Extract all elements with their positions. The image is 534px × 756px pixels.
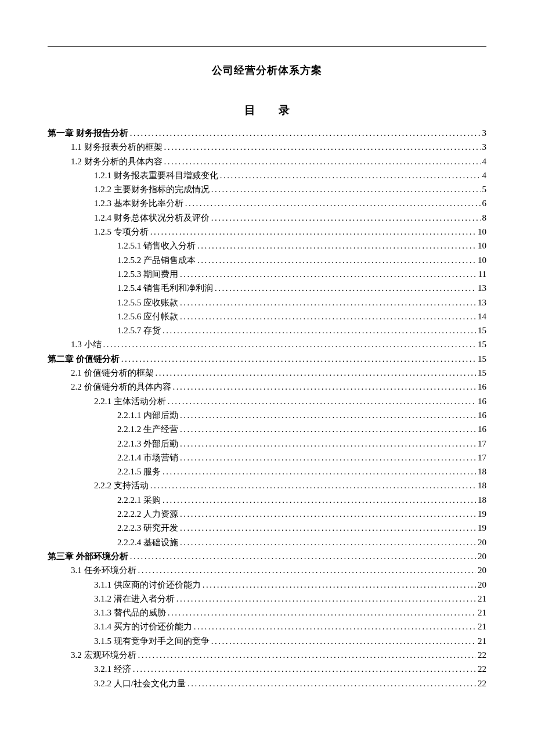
toc-entry-page: 4 <box>482 154 487 168</box>
toc-leader-dots <box>180 437 476 451</box>
toc-entry-page: 22 <box>478 676 486 690</box>
toc-leader-dots <box>121 352 476 366</box>
toc-entry-page: 14 <box>478 309 486 323</box>
toc-entry-label: 1.2.5.3 期间费用 <box>117 267 178 281</box>
toc-entry-page: 3 <box>482 126 487 140</box>
toc-entry: 第二章 价值链分析15 <box>48 352 486 366</box>
toc-entry: 3.2 宏观环境分析22 <box>48 648 486 662</box>
toc-entry-page: 13 <box>478 296 486 309</box>
toc-leader-dots <box>173 380 477 394</box>
toc-entry: 第一章 财务报告分析3 <box>48 126 486 140</box>
toc-leader-dots <box>150 478 476 492</box>
toc-entry-label: 1.2.5 专项分析 <box>94 225 149 239</box>
toc-leader-dots <box>211 634 476 648</box>
toc-entry-label: 1.2.1 财务报表重要科目增减变化 <box>94 168 218 182</box>
toc-entry-label: 1.2 财务分析的具体内容 <box>71 154 163 168</box>
toc-leader-dots <box>180 507 476 521</box>
toc-entry: 1.2.5.5 应收账款13 <box>48 296 486 309</box>
toc-entry-label: 3.2.2 人口/社会文化力量 <box>94 676 186 690</box>
toc-entry-label: 1.2.5.7 存货 <box>117 323 161 337</box>
toc-entry-label: 2.2.1.3 外部后勤 <box>117 437 178 451</box>
toc-entry-label: 第二章 价值链分析 <box>48 352 120 366</box>
toc-entry-page: 21 <box>478 592 486 606</box>
toc-entry-page: 15 <box>478 323 486 337</box>
toc-leader-dots <box>180 451 476 465</box>
toc-entry-page: 15 <box>478 352 486 366</box>
toc-entry-page: 15 <box>478 337 486 351</box>
toc-entry-label: 2.2.2 支持活动 <box>94 478 149 492</box>
toc-entry: 1.1 财务报表分析的框架3 <box>48 140 486 154</box>
toc-leader-dots <box>211 182 481 196</box>
toc-leader-dots <box>180 535 476 549</box>
toc-entry-page: 19 <box>478 521 486 535</box>
toc-leader-dots <box>103 337 477 351</box>
toc-leader-dots <box>211 211 481 225</box>
toc-leader-dots <box>197 253 476 267</box>
toc-entry-label: 2.2.2.3 研究开发 <box>117 521 178 535</box>
toc-leader-dots <box>168 606 476 620</box>
toc-leader-dots <box>176 592 476 606</box>
toc-entry-page: 18 <box>478 478 486 492</box>
toc-entry: 2.2.2.2 人力资源19 <box>48 507 486 521</box>
toc-heading-right: 录 <box>279 104 290 116</box>
toc-entry: 3.1.1 供应商的讨价还价能力20 <box>48 578 486 592</box>
toc-entry-page: 8 <box>482 211 487 225</box>
toc-entry-page: 16 <box>478 380 486 394</box>
toc-entry: 2.2.1.4 市场营销17 <box>48 451 486 465</box>
toc-entry-label: 1.3 小结 <box>71 337 102 351</box>
toc-entry: 2.2.1.3 外部后勤17 <box>48 437 486 451</box>
toc-entry-label: 3.1.5 现有竞争对手之间的竞争 <box>94 634 210 648</box>
toc-entry-label: 3.1.4 买方的讨价还价能力 <box>94 620 192 633</box>
toc-entry: 1.2.4 财务总体状况分析及评价8 <box>48 211 486 225</box>
toc-leader-dots <box>133 662 476 676</box>
toc-entry: 3.1.2 潜在进入者分析21 <box>48 592 486 606</box>
toc-entry: 2.2 价值链分析的具体内容16 <box>48 380 486 394</box>
toc-leader-dots <box>180 296 476 309</box>
toc-entry: 1.2.5.3 期间费用11 <box>48 267 486 281</box>
toc-entry-label: 2.2 价值链分析的具体内容 <box>71 380 171 394</box>
toc-entry: 1.2.5.1 销售收入分析10 <box>48 239 486 253</box>
toc-entry-page: 20 <box>478 578 486 592</box>
toc-entry-label: 2.2.1.4 市场营销 <box>117 451 178 465</box>
toc-heading-left: 目 <box>244 104 255 116</box>
toc-entry: 2.1 价值链分析的框架15 <box>48 366 486 380</box>
toc-entry-label: 3.1.3 替代品的威胁 <box>94 606 166 620</box>
toc-entry: 1.2.2 主要财务指标的完成情况5 <box>48 182 486 196</box>
toc-leader-dots <box>164 154 481 168</box>
toc-leader-dots <box>215 281 476 295</box>
toc-entry: 2.2.1.5 服务18 <box>48 465 486 478</box>
toc-entry: 1.2.5.4 销售毛利和净利润13 <box>48 281 486 295</box>
toc-entry: 1.2.1 财务报表重要科目增减变化4 <box>48 168 486 182</box>
toc-entry-label: 2.1 价值链分析的框架 <box>71 366 154 380</box>
toc-entry-label: 3.1 任务环境分析 <box>71 563 136 577</box>
toc-entry: 1.2.5.7 存货15 <box>48 323 486 337</box>
toc-entry: 第三章 外部环境分析20 <box>48 549 486 563</box>
toc-entry: 2.2.1.2 生产经营16 <box>48 422 486 436</box>
toc-leader-dots <box>220 168 481 182</box>
toc-entry-page: 11 <box>478 267 486 281</box>
toc-entry: 2.2.2.3 研究开发19 <box>48 521 486 535</box>
toc-entry-page: 22 <box>478 648 486 662</box>
toc-entry: 1.2.3 基本财务比率分析6 <box>48 196 486 210</box>
toc-leader-dots <box>185 196 481 210</box>
toc-entry: 2.2.1 主体活动分析16 <box>48 394 486 408</box>
toc-entry-page: 16 <box>478 408 486 422</box>
toc-entry-label: 1.2.5.2 产品销售成本 <box>117 253 196 267</box>
toc-entry-label: 3.2.1 经济 <box>94 662 131 676</box>
toc-entry-page: 21 <box>478 606 486 620</box>
toc-leader-dots <box>138 563 477 577</box>
toc-entry: 1.2.5.2 产品销售成本10 <box>48 253 486 267</box>
toc-entry-label: 3.1.2 潜在进入者分析 <box>94 592 175 606</box>
toc-leader-dots <box>180 408 476 422</box>
toc-entry-page: 21 <box>478 634 486 648</box>
toc-entry: 2.2.1.1 内部后勤16 <box>48 408 486 422</box>
toc-leader-dots <box>180 422 476 436</box>
toc-entry: 3.1.3 替代品的威胁21 <box>48 606 486 620</box>
top-horizontal-rule <box>48 46 486 47</box>
toc-entry-page: 16 <box>478 422 486 436</box>
toc-entry-page: 19 <box>478 507 486 521</box>
toc-entry-label: 第三章 外部环境分析 <box>48 549 128 563</box>
toc-entry-page: 5 <box>482 182 487 196</box>
toc-entry: 2.2.2.1 采购18 <box>48 493 486 507</box>
table-of-contents: 第一章 财务报告分析31.1 财务报表分析的框架31.2 财务分析的具体内容41… <box>48 126 486 690</box>
